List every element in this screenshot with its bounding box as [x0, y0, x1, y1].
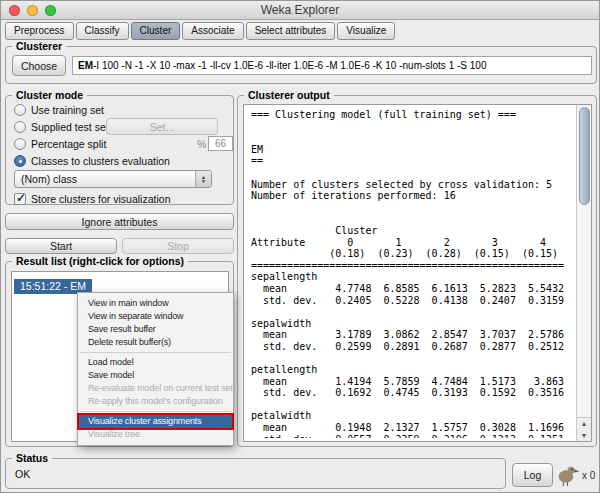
tab-preprocess[interactable]: Preprocess — [5, 22, 74, 40]
scroll-up-icon[interactable]: ▲ — [577, 418, 591, 430]
menu-item-visualize-tree: Visualize tree — [78, 428, 233, 441]
menu-item-save-result-buffer[interactable]: Save result buffer — [78, 323, 233, 336]
log-button[interactable]: Log — [512, 463, 553, 487]
clusterer-command-field[interactable]: EM -I 100 -N -1 -X 10 -max -1 -ll-cv 1.0… — [72, 56, 592, 75]
weka-run-counter: x 0 — [582, 470, 595, 481]
minimize-button[interactable] — [27, 5, 38, 16]
clusterer-group-title: Clusterer — [12, 40, 66, 52]
percentage-split-label: Percentage split — [31, 138, 106, 150]
clusterer-scheme-args: -I 100 -N -1 -X 10 -max -1 -ll-cv 1.0E-6… — [93, 60, 486, 71]
tab-select-attributes[interactable]: Select attributes — [246, 22, 336, 40]
stop-button: Stop — [122, 238, 234, 254]
clusterer-output-group: Clusterer output === Clustering model (f… — [237, 95, 597, 447]
supplied-test-set-label: Supplied test set — [31, 121, 109, 133]
clusterer-scheme-name: EM — [78, 60, 93, 71]
class-attribute-value: (Nom) class — [15, 173, 195, 185]
menu-item-save-model[interactable]: Save model — [78, 369, 233, 382]
menu-item-view-separate-window[interactable]: View in separate window — [78, 310, 233, 323]
percent-symbol-label: % — [197, 137, 206, 151]
clusterer-output-text: === Clustering model (full training set)… — [251, 109, 572, 438]
supplied-test-set-option[interactable]: Supplied test set — [14, 120, 109, 134]
close-button[interactable] — [9, 5, 20, 16]
status-group: Status OK — [5, 458, 506, 489]
use-training-set-radio-icon — [14, 104, 26, 116]
tab-cluster[interactable]: Cluster — [131, 22, 181, 40]
scroll-down-icon[interactable]: ▼ — [577, 430, 591, 442]
output-vertical-scrollbar[interactable]: ▲ ▼ — [576, 105, 591, 441]
clusterer-output-pane: === Clustering model (full training set)… — [243, 104, 592, 442]
clusterer-group: Clusterer Choose EM -I 100 -N -1 -X 10 -… — [5, 46, 597, 84]
class-attribute-dropdown[interactable]: (Nom) class ▲▼ — [14, 170, 212, 188]
menu-item-visualize-cluster-assignments[interactable]: Visualize cluster assignments — [78, 415, 233, 428]
status-group-title: Status — [12, 452, 52, 464]
menu-separator — [80, 411, 231, 412]
menu-item-load-model[interactable]: Load model — [78, 356, 233, 369]
classes-to-clusters-label: Classes to clusters evaluation — [31, 155, 170, 167]
cluster-mode-group: Cluster mode Use training set Supplied t… — [5, 95, 234, 205]
weka-explorer-window: Weka Explorer Preprocess Classify Cluste… — [0, 0, 600, 493]
choose-clusterer-button[interactable]: Choose — [12, 55, 66, 76]
window-controls — [9, 5, 56, 16]
menu-item-reapply-configuration: Re-apply this model's configuration — [78, 395, 233, 408]
percentage-split-radio-icon — [14, 138, 26, 150]
combo-arrows-icon: ▲▼ — [195, 171, 211, 187]
percentage-split-option[interactable]: Percentage split — [14, 137, 106, 151]
weka-bird-icon — [555, 462, 580, 487]
menu-item-delete-result-buffer[interactable]: Delete result buffer(s) — [78, 336, 233, 349]
tab-associate[interactable]: Associate — [182, 22, 243, 40]
start-button[interactable]: Start — [5, 238, 117, 254]
set-test-set-button: Set... — [106, 118, 218, 135]
menu-separator — [80, 352, 231, 353]
tab-visualize[interactable]: Visualize — [337, 22, 395, 40]
menu-item-reevaluate-model: Re-evaluate model on current test set — [78, 382, 233, 395]
classes-to-clusters-radio-icon — [14, 155, 26, 167]
window-title: Weka Explorer — [1, 1, 599, 19]
scrollbar-arrows: ▲ ▼ — [577, 417, 591, 441]
cluster-mode-group-title: Cluster mode — [12, 89, 87, 101]
titlebar: Weka Explorer — [1, 1, 599, 20]
menu-item-view-main-window[interactable]: View in main window — [78, 297, 233, 310]
zoom-button[interactable] — [45, 5, 56, 16]
store-clusters-option[interactable]: Store clusters for visualization — [14, 192, 170, 206]
scrollbar-thumb[interactable] — [579, 107, 590, 205]
classes-to-clusters-option[interactable]: Classes to clusters evaluation — [14, 154, 170, 168]
tab-classify[interactable]: Classify — [76, 22, 129, 40]
store-clusters-checkbox-icon — [14, 193, 26, 205]
menu-item-label: Visualize cluster assignments — [88, 416, 202, 426]
use-training-set-label: Use training set — [31, 104, 104, 116]
supplied-test-set-radio-icon — [14, 121, 26, 133]
ignore-attributes-button[interactable]: Ignore attributes — [5, 213, 234, 230]
clusterer-output-group-title: Clusterer output — [244, 89, 334, 101]
tab-bar: Preprocess Classify Cluster Associate Se… — [5, 22, 395, 40]
store-clusters-label: Store clusters for visualization — [31, 193, 170, 205]
use-training-set-option[interactable]: Use training set — [14, 103, 104, 117]
status-message: OK — [15, 468, 30, 480]
percentage-split-field: 66 — [208, 136, 233, 151]
result-list-group-title: Result list (right-click for options) — [12, 255, 188, 267]
result-context-menu: View in main window View in separate win… — [77, 292, 234, 446]
